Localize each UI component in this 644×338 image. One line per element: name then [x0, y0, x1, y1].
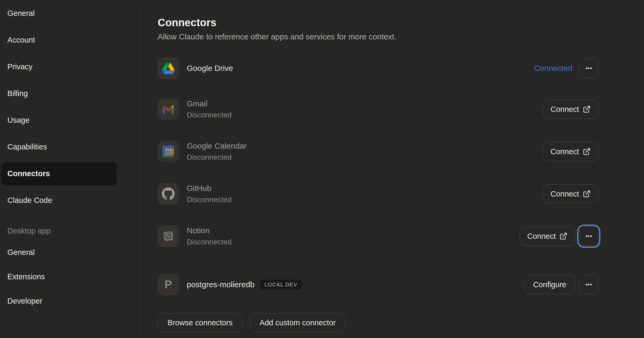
add-custom-connector-label: Add custom connector — [260, 318, 336, 327]
connector-row-postgres-molieredb: P postgres-molieredb LOCAL DEV Configure — [158, 261, 598, 308]
sidebar-item-label: Usage — [7, 116, 30, 125]
connector-name: Gmail — [187, 99, 232, 108]
browse-connectors-button[interactable]: Browse connectors — [158, 313, 242, 332]
postgres-icon: P — [158, 274, 179, 295]
connected-status-link[interactable]: Connected — [534, 64, 572, 73]
connect-button-label: Connect — [527, 232, 556, 241]
google-calendar-icon: 31 — [158, 141, 179, 162]
connector-name: postgres-molieredb — [187, 280, 255, 289]
ellipsis-icon — [585, 280, 593, 289]
sidebar-item-label: Privacy — [7, 62, 32, 71]
postgres-icon-letter: P — [165, 278, 172, 291]
sidebar-item-desktop-general[interactable]: General — [0, 240, 140, 264]
svg-text:31: 31 — [166, 149, 171, 155]
local-dev-badge: LOCAL DEV — [260, 280, 301, 290]
sidebar-item-account[interactable]: Account — [0, 27, 140, 53]
connector-name: GitHub — [187, 184, 232, 193]
connector-name: Google Calendar — [187, 141, 247, 150]
github-icon — [158, 183, 179, 204]
gmail-icon — [158, 99, 179, 120]
sidebar-item-label: Capabilities — [7, 143, 47, 151]
configure-button-label: Configure — [533, 280, 566, 289]
more-menu-button[interactable] — [579, 275, 598, 294]
footer-actions: Browse connectors Add custom connector — [158, 313, 598, 332]
connect-button-label: Connect — [550, 190, 579, 198]
external-link-icon — [583, 105, 591, 113]
connector-status: Disconnected — [187, 238, 232, 246]
connector-row-gmail: Gmail Disconnected Connect — [158, 88, 598, 130]
connect-button[interactable]: Connect — [520, 227, 575, 246]
sidebar-item-label: Developer — [7, 297, 42, 305]
external-link-icon — [583, 148, 591, 156]
connector-row-notion: N Notion Disconnected Connect — [158, 215, 598, 257]
connect-button-label: Connect — [550, 105, 579, 114]
connect-button[interactable]: Connect — [543, 142, 598, 161]
external-link-icon — [583, 190, 591, 198]
ellipsis-icon — [585, 64, 593, 72]
connectors-list: Google Drive Connected G — [158, 48, 598, 332]
page-title: Connectors — [158, 16, 598, 29]
connect-button[interactable]: Connect — [543, 100, 598, 119]
sidebar-item-claude-code[interactable]: Claude Code — [0, 187, 140, 214]
connector-row-google-calendar: 31 Google Calendar Disconnected Connect — [158, 130, 598, 173]
ellipsis-icon — [585, 232, 593, 240]
sidebar-item-label: Connectors — [7, 169, 50, 178]
sidebar-item-capabilities[interactable]: Capabilities — [0, 134, 140, 160]
connector-status: Disconnected — [187, 195, 232, 204]
sidebar-item-label: Billing — [7, 89, 28, 98]
sidebar-item-billing[interactable]: Billing — [0, 80, 140, 107]
sidebar-item-label: General — [7, 248, 35, 257]
sidebar-item-usage[interactable]: Usage — [0, 107, 140, 134]
sidebar-section-desktop-app: Desktop app — [0, 222, 140, 240]
sidebar-selected-pill: Connectors — [1, 162, 117, 185]
more-menu-button-focused[interactable] — [579, 227, 598, 246]
connector-row-github: GitHub Disconnected Connect — [158, 173, 598, 215]
sidebar-item-general[interactable]: General — [0, 0, 140, 27]
sidebar-item-extensions[interactable]: Extensions — [0, 264, 140, 289]
sidebar-item-label: Account — [7, 36, 35, 44]
external-link-icon — [559, 232, 567, 240]
sidebar-item-label: General — [7, 9, 35, 18]
connector-status: Disconnected — [187, 111, 232, 119]
connector-name: Notion — [187, 226, 232, 235]
settings-sidebar: General Account Privacy Billing Usage Ca… — [0, 0, 140, 338]
page-subtitle: Allow Claude to reference other apps and… — [158, 31, 598, 42]
sidebar-item-developer[interactable]: Developer — [0, 289, 140, 313]
sidebar-item-label: Extensions — [7, 272, 45, 281]
configure-button[interactable]: Configure — [524, 275, 575, 294]
browse-connectors-label: Browse connectors — [167, 318, 233, 327]
connectors-panel: Connectors Allow Claude to reference oth… — [140, 1, 616, 338]
google-drive-icon — [158, 58, 179, 79]
sidebar-item-label: Claude Code — [7, 196, 52, 205]
notion-icon: N — [158, 226, 179, 247]
connector-name: Google Drive — [187, 64, 233, 73]
more-menu-button[interactable] — [579, 59, 598, 78]
connector-status: Disconnected — [187, 153, 247, 162]
connect-button-label: Connect — [550, 147, 579, 156]
svg-text:N: N — [166, 233, 171, 240]
connector-row-google-drive: Google Drive Connected — [158, 48, 598, 88]
add-custom-connector-button[interactable]: Add custom connector — [250, 313, 346, 332]
sidebar-item-privacy[interactable]: Privacy — [0, 53, 140, 80]
sidebar-item-connectors[interactable]: Connectors — [0, 160, 140, 187]
connect-button[interactable]: Connect — [543, 184, 598, 203]
